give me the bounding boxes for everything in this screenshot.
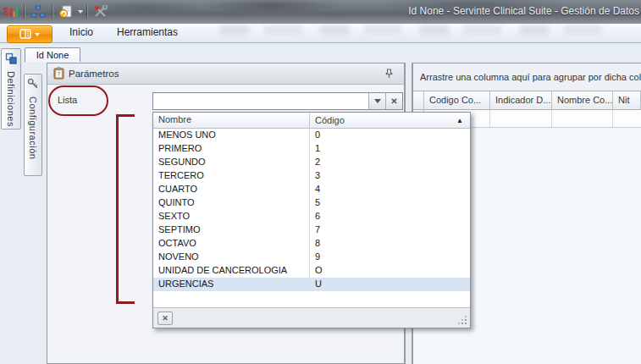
grid-column-headers: Codigo Co...Indicador D...Nombre Co...Ni… [424,91,641,110]
side-tab-definiciones[interactable]: Definiciones [1,48,21,130]
side-tab-configuracion[interactable]: Configuración [24,74,42,176]
pin-icon[interactable] [384,69,394,79]
combo-clear-button[interactable]: ✕ [385,93,402,109]
application-menu-button[interactable] [7,25,52,43]
key-icon [27,78,39,93]
ribbon-tab-inicio[interactable]: Inicio [58,24,105,42]
dropdown-clear-button[interactable]: ✕ [157,312,173,325]
ribbon-tab-row: Inicio Herramientas [0,24,641,43]
dropdown-row[interactable]: TERCERO 3 [153,169,470,183]
dropdown-footer: ✕ [153,307,470,328]
chevron-down-icon [374,99,381,103]
dropdown-row[interactable]: NOVENO 9 [153,251,470,264]
annotation-ellipse [48,85,108,116]
chevron-down-icon[interactable] [78,10,83,14]
dropdown-row[interactable]: SEPTIMO 7 [153,223,470,237]
annotation-bracket [116,114,135,304]
sort-ascending-icon: ▲ [456,117,463,124]
grid-column-header[interactable]: Nombre Co... [552,91,613,110]
ribbon-tabs: Inicio Herramientas [58,24,190,42]
dropdown-row[interactable]: CUARTO 4 [153,183,470,196]
toolbar-separator [52,5,52,19]
dropdown-column-nombre[interactable]: Nombre [153,113,310,128]
dropdown-row[interactable]: PRIMERO 1 [153,142,470,156]
hierarchy-icon[interactable] [28,3,48,21]
dropdown-list: MENOS UNO 0 PRIMERO 1 SEGUNDO 2 TERCERO … [153,129,470,307]
dropdown-row[interactable]: OCTAVO 8 [153,237,470,251]
tools-icon[interactable] [91,3,111,21]
grid-column-header[interactable]: Codigo Co... [424,91,490,110]
window-title: Id None - Servinte Clinical Suite - Gest… [408,5,639,17]
combo-input[interactable] [153,93,368,109]
grid-column-header[interactable]: Indicador D... [490,91,552,110]
definitions-icon [5,52,17,68]
svg-text:Σ: Σ [3,6,9,18]
clipboard-icon: ? [53,67,64,81]
toolbar-separator [24,5,25,19]
dropdown-arrow-button[interactable] [368,93,385,109]
row-indicator-header [413,91,424,110]
statistics-chart-icon[interactable]: Σ [0,3,20,21]
dropdown-row[interactable]: SEXTO 6 [153,210,470,223]
dropdown-row[interactable]: QUINTO 5 [153,196,470,210]
chevron-down-icon [35,33,40,36]
parameters-panel-header: ? Parámetros [47,63,404,85]
group-by-bar[interactable]: Arrastre una columna aquí para agrupar p… [413,63,641,91]
grid-column-header[interactable]: Nit [613,91,641,110]
application-icon [19,27,31,42]
quick-access-toolbar: Σ [0,2,111,22]
toolbar-separator [86,5,87,19]
resize-grip-icon[interactable] [465,323,467,324]
dropdown-row[interactable]: MENOS UNO 0 [153,129,470,142]
application-window: Σ [0,0,641,364]
lista-dropdown: Nombre Código ▲ MENOS UNO 0 PRIMERO 1 SE… [152,112,471,328]
dropdown-header-row: Nombre Código ▲ [153,113,470,129]
group-by-hint: Arrastre una columna aquí para agrupar p… [420,72,641,82]
side-tab-label: Definiciones [6,71,16,127]
lista-combobox[interactable]: ✕ [152,92,403,110]
dropdown-column-codigo[interactable]: Código ▲ [310,113,470,128]
side-tab-label: Configuración [28,97,38,159]
svg-text:?: ? [58,71,61,78]
dropdown-row[interactable]: SEGUNDO 2 [153,156,470,169]
panel-title: Parámetros [69,69,119,79]
grid-header-row: Codigo Co...Indicador D...Nombre Co...Ni… [413,91,641,110]
title-bar: Σ [0,0,641,24]
document-tab-id-none[interactable]: Id None [25,47,80,62]
dropdown-row[interactable]: URGENCIAS U [153,278,470,291]
refresh-document-icon[interactable] [56,3,76,21]
document-tab-strip [0,43,641,61]
ribbon-tab-herramientas[interactable]: Herramientas [105,24,190,42]
dropdown-row[interactable]: UNIDAD DE CANCEROLOGIA O [153,264,470,278]
